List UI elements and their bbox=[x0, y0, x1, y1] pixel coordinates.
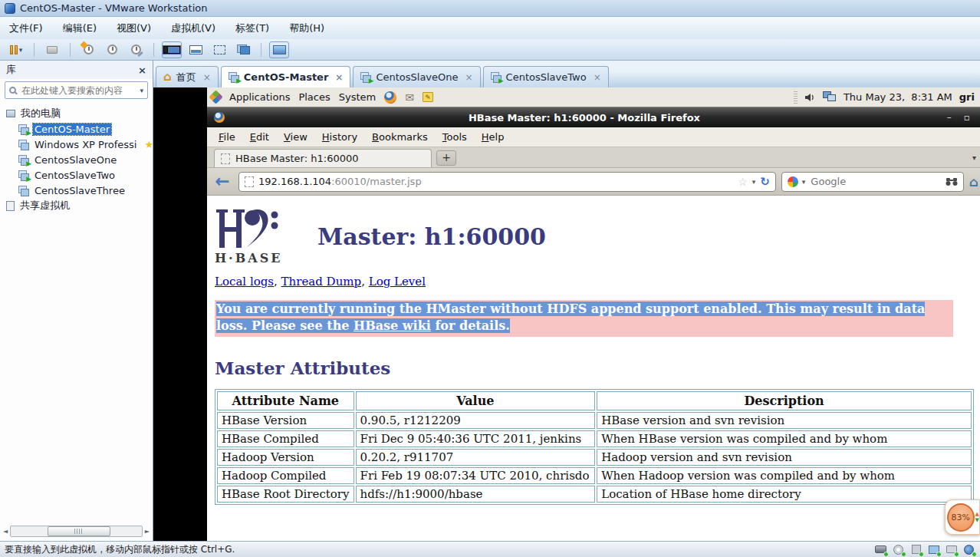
gnome-menu-system[interactable]: System bbox=[339, 91, 376, 103]
panel-username[interactable]: gri bbox=[959, 91, 975, 103]
bookmark-star-icon[interactable]: ☆ bbox=[738, 176, 748, 188]
close-tab-icon[interactable]: × bbox=[594, 72, 601, 83]
monitor-icon bbox=[273, 45, 286, 54]
ff-menu-view[interactable]: View bbox=[284, 131, 307, 143]
panel-clock[interactable]: Thu May 23, 8:31 AM bbox=[844, 91, 952, 103]
menu-edit[interactable]: 编辑(E) bbox=[63, 21, 97, 35]
url-text[interactable]: 192.168.1.104:60010/master.jsp bbox=[258, 176, 733, 187]
gnome-menu-places[interactable]: Places bbox=[298, 91, 330, 103]
notes-icon[interactable]: ✎ bbox=[423, 92, 433, 102]
cdrom-device-icon[interactable] bbox=[892, 544, 905, 555]
ff-menu-file[interactable]: File bbox=[219, 131, 235, 143]
browser-tab-hbase-master[interactable]: HBase Master: h1:60000 bbox=[214, 149, 432, 167]
hbase-logo-caption: H·BASE bbox=[215, 251, 304, 265]
reload-icon[interactable]: ↻ bbox=[760, 175, 770, 189]
sound-device-icon[interactable] bbox=[962, 544, 975, 555]
ff-menu-help[interactable]: Help bbox=[482, 131, 505, 143]
search-bar[interactable]: ▾ bbox=[781, 172, 964, 192]
search-engine-dropdown-icon[interactable]: ▾ bbox=[802, 178, 806, 186]
close-tab-icon[interactable]: × bbox=[335, 72, 343, 83]
link-log-level[interactable]: Log Level bbox=[369, 275, 426, 288]
revert-snapshot-button[interactable] bbox=[102, 41, 122, 58]
fullscreen-button[interactable] bbox=[209, 41, 229, 58]
summary-view-button[interactable] bbox=[42, 41, 62, 58]
menu-tabs[interactable]: 标签(T) bbox=[235, 21, 269, 35]
ff-menu-history[interactable]: History bbox=[322, 131, 357, 143]
ff-menu-edit[interactable]: Edit bbox=[250, 131, 269, 143]
search-input[interactable] bbox=[20, 84, 136, 97]
page-links: Local logs, Thread Dump, Log Level bbox=[215, 275, 980, 288]
close-icon[interactable]: × bbox=[138, 64, 146, 76]
tree-item-shared-vms[interactable]: 共享虚拟机 bbox=[0, 198, 153, 213]
take-snapshot-button[interactable] bbox=[78, 41, 98, 58]
maximize-button[interactable]: ▫ bbox=[961, 112, 973, 123]
vm-icon bbox=[18, 186, 29, 196]
ff-menu-tools[interactable]: Tools bbox=[442, 131, 467, 143]
link-thread-dump[interactable]: Thread Dump bbox=[281, 275, 362, 288]
speaker-icon[interactable] bbox=[804, 92, 816, 103]
scroll-left-icon[interactable]: ◄ bbox=[3, 528, 8, 535]
table-row: HBase Compiled Fri Dec 9 05:40:36 UTC 20… bbox=[217, 430, 972, 447]
library-toggle-button[interactable]: ▾ bbox=[6, 41, 26, 58]
menu-file[interactable]: 文件(F) bbox=[9, 21, 43, 35]
back-button[interactable]: ← bbox=[212, 173, 233, 190]
revert-icon bbox=[107, 44, 117, 54]
sidebar-horizontal-scrollbar[interactable]: ◄ ► bbox=[2, 525, 151, 538]
console-view-button[interactable] bbox=[162, 41, 182, 58]
tab-centosslavetwo[interactable]: ▶ CentosSlaveTwo × bbox=[483, 66, 609, 87]
new-tab-button[interactable]: + bbox=[436, 150, 456, 166]
library-search-box[interactable]: ▾ bbox=[5, 81, 148, 99]
scroll-right-icon[interactable]: ► bbox=[145, 528, 150, 535]
tree-item-windows-xp[interactable]: Windows XP Professi ★ bbox=[0, 137, 153, 152]
tree-item-my-computer[interactable]: 我的电脑 bbox=[0, 106, 153, 121]
vmware-toolbar: ▾ bbox=[0, 39, 980, 61]
close-tab-icon[interactable]: × bbox=[465, 72, 473, 83]
scrollbar-track[interactable] bbox=[10, 526, 143, 537]
percentage-badge[interactable]: 83% ▲ ▼ bbox=[945, 499, 980, 535]
menu-help[interactable]: 帮助(H) bbox=[289, 21, 324, 35]
list-all-tabs-icon[interactable]: ▾ bbox=[972, 153, 976, 162]
tree-item-centosslavetwo[interactable]: ▶ CentosSlaveTwo bbox=[0, 167, 153, 183]
printer-device-icon[interactable] bbox=[945, 544, 958, 555]
vm-console[interactable]: Applications Places System ✉ ✎ bbox=[153, 87, 980, 541]
scrollbar-thumb[interactable] bbox=[48, 526, 110, 536]
firefox-launcher-icon[interactable] bbox=[384, 91, 396, 104]
minimized-view-button[interactable] bbox=[186, 41, 206, 58]
menu-vm[interactable]: 虚拟机(V) bbox=[171, 21, 215, 35]
minimize-button[interactable]: – bbox=[944, 112, 955, 123]
menu-view[interactable]: 视图(V) bbox=[117, 21, 151, 35]
web-search-input[interactable] bbox=[809, 175, 941, 188]
vmware-title-bar: CentOS-Master - VMware Workstation bbox=[0, 0, 980, 17]
link-hbase-wiki[interactable]: HBase wiki bbox=[354, 318, 431, 333]
floppy-device-icon[interactable] bbox=[909, 544, 922, 555]
unity-mode-button[interactable] bbox=[233, 41, 253, 58]
url-bar[interactable]: 192.168.1.104:60010/master.jsp ☆ ▾ ↻ bbox=[238, 172, 776, 192]
table-row: Hadoop Version 0.20.2, r911707 Hadoop ve… bbox=[217, 449, 972, 466]
close-tab-icon[interactable]: × bbox=[203, 72, 211, 83]
badge-percent[interactable]: 83% bbox=[947, 503, 975, 532]
network-monitors-icon[interactable] bbox=[823, 91, 837, 103]
binoculars-icon[interactable] bbox=[945, 177, 958, 186]
manage-snapshots-button[interactable] bbox=[126, 41, 146, 58]
tree-item-centos-master[interactable]: ▶ CentOS-Master bbox=[0, 121, 153, 137]
library-icon bbox=[10, 45, 18, 54]
mail-icon[interactable]: ✉ bbox=[405, 91, 414, 104]
tab-centosslaveone[interactable]: ▶ CentosSlaveOne × bbox=[353, 66, 480, 87]
home-button-icon[interactable]: ⌂ bbox=[969, 174, 978, 190]
link-local-logs[interactable]: Local logs bbox=[215, 275, 274, 288]
harddisk-device-icon[interactable] bbox=[874, 544, 887, 555]
ff-menu-bookmarks[interactable]: Bookmarks bbox=[372, 131, 428, 143]
tree-item-centosslaveone[interactable]: ▶ CentosSlaveOne bbox=[0, 152, 153, 167]
chevron-down-icon[interactable]: ▾ bbox=[140, 87, 143, 94]
network-device-icon[interactable] bbox=[927, 544, 940, 555]
gnome-menu-applications[interactable]: Applications bbox=[229, 91, 290, 103]
url-dropdown-icon[interactable]: ▾ bbox=[752, 178, 756, 186]
search-icon bbox=[9, 87, 16, 94]
table-row: Hadoop Compiled Fri Feb 19 08:07:34 UTC … bbox=[217, 467, 972, 484]
tree-item-centosslavethree[interactable]: CentosSlaveThree bbox=[0, 183, 153, 198]
favorite-star-icon[interactable]: ★ bbox=[144, 139, 153, 150]
show-console-button[interactable] bbox=[269, 41, 289, 58]
tab-home[interactable]: ⌂ 首页 × bbox=[156, 66, 219, 87]
tab-centos-master[interactable]: ▶ CentOS-Master × bbox=[221, 66, 351, 87]
gnome-panel: Applications Places System ✉ ✎ bbox=[207, 87, 980, 107]
